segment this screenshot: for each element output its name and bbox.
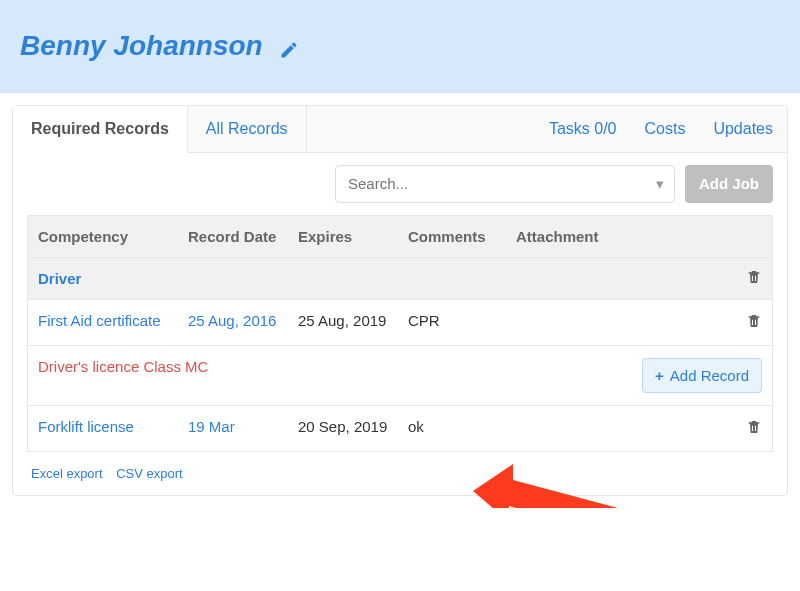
- plus-icon: +: [655, 367, 664, 384]
- add-record-button[interactable]: + Add Record: [642, 358, 762, 393]
- comments-text: ok: [408, 418, 516, 435]
- expires-text: 25 Aug, 2019: [298, 312, 408, 329]
- csv-export-link[interactable]: CSV export: [116, 466, 182, 481]
- tab-tasks[interactable]: Tasks 0/0: [535, 106, 631, 152]
- page-title: Benny Johannson: [20, 30, 263, 62]
- export-links: Excel export CSV export: [13, 452, 787, 495]
- competency-link[interactable]: First Aid certificate: [38, 312, 188, 329]
- tab-required-records[interactable]: Required Records: [13, 106, 188, 153]
- col-expires: Expires: [298, 228, 408, 245]
- col-competency: Competency: [38, 228, 188, 245]
- add-record-label: Add Record: [670, 367, 749, 384]
- comments-text: CPR: [408, 312, 516, 329]
- search-field[interactable]: [346, 174, 656, 193]
- col-comments: Comments: [408, 228, 516, 245]
- competency-link[interactable]: Forklift license: [38, 418, 188, 435]
- tab-costs[interactable]: Costs: [631, 106, 700, 152]
- records-table: Competency Record Date Expires Comments …: [27, 215, 773, 452]
- edit-icon[interactable]: [279, 40, 299, 63]
- trash-icon[interactable]: [746, 422, 762, 439]
- competency-missing-link[interactable]: Driver's licence Class MC: [38, 358, 622, 375]
- tabs-row: Required Records All Records Tasks 0/0 C…: [13, 106, 787, 153]
- col-record-date: Record Date: [188, 228, 298, 245]
- table-group-row: Driver: [28, 257, 772, 299]
- search-input[interactable]: ▾: [335, 165, 675, 203]
- expires-text: 20 Sep, 2019: [298, 418, 408, 435]
- add-job-button[interactable]: Add Job: [685, 165, 773, 203]
- table-row: Driver's licence Class MC + Add Record: [28, 345, 772, 405]
- trash-icon[interactable]: [746, 272, 762, 289]
- records-panel: Required Records All Records Tasks 0/0 C…: [12, 105, 788, 496]
- table-row: First Aid certificate 25 Aug, 2016 25 Au…: [28, 299, 772, 345]
- chevron-down-icon[interactable]: ▾: [656, 175, 664, 193]
- tab-all-records[interactable]: All Records: [188, 106, 307, 152]
- record-date-link[interactable]: 19 Mar: [188, 418, 298, 435]
- trash-icon[interactable]: [746, 316, 762, 333]
- table-header: Competency Record Date Expires Comments …: [28, 216, 772, 257]
- excel-export-link[interactable]: Excel export: [31, 466, 103, 481]
- tab-updates[interactable]: Updates: [699, 106, 787, 152]
- col-attachment: Attachment: [516, 228, 622, 245]
- record-date-link[interactable]: 25 Aug, 2016: [188, 312, 298, 329]
- table-row: Forklift license 19 Mar 20 Sep, 2019 ok: [28, 405, 772, 451]
- page-header: Benny Johannson: [0, 0, 800, 93]
- controls-row: ▾ Add Job: [13, 153, 787, 215]
- competency-link[interactable]: Driver: [38, 270, 622, 287]
